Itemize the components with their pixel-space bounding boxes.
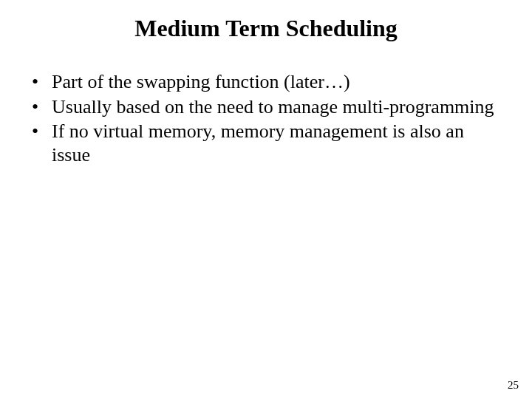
bullet-item: Part of the swapping function (later…) <box>30 70 502 94</box>
slide-container: Medium Term Scheduling Part of the swapp… <box>0 0 532 399</box>
slide-title: Medium Term Scheduling <box>30 15 502 42</box>
bullet-item: Usually based on the need to manage mult… <box>30 95 502 119</box>
page-number: 25 <box>508 379 519 392</box>
bullet-list: Part of the swapping function (later…) U… <box>30 70 502 167</box>
bullet-item: If no virtual memory, memory management … <box>30 120 502 166</box>
